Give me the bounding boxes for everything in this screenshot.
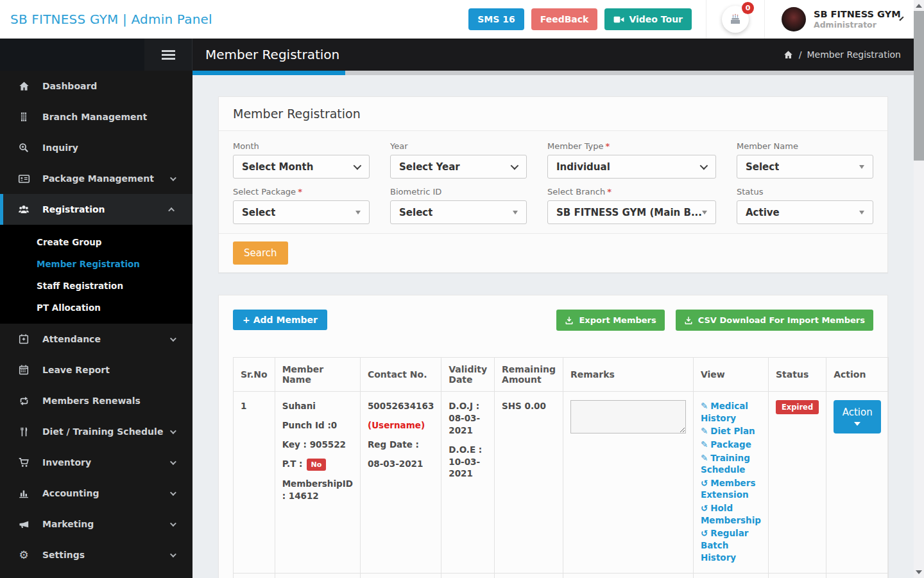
submenu-item-create-group[interactable]: Create Group [0, 231, 193, 253]
caret-down-icon [854, 422, 860, 426]
chevron-down-icon [170, 175, 176, 181]
package-select[interactable]: Select [233, 200, 370, 224]
download-icon [565, 316, 574, 325]
branch-select[interactable]: SB FITNESS GYM (Main B... [547, 200, 716, 224]
scrollbar-down-arrow[interactable] [916, 570, 922, 574]
sidebar-brand-area [0, 39, 144, 71]
export-members-button[interactable]: Export Members [556, 310, 664, 331]
sidebar-item-dashboard[interactable]: Dashboard [0, 71, 193, 101]
remarks-textarea[interactable] [570, 400, 686, 434]
sms-button[interactable]: SMS 16 [468, 8, 524, 30]
cell-view: ✎Medical History ✎Diet Plan ✎Package ✎Tr… [693, 392, 768, 574]
gear-icon: ⚙ [17, 550, 31, 561]
sidebar-item-branch-management[interactable]: Branch Management [0, 101, 193, 132]
browser-scrollbar[interactable] [914, 0, 924, 578]
dropdown-arrow-icon [513, 211, 518, 215]
birthday-notification-button[interactable]: 0 [722, 6, 749, 33]
select-package-label: Select Package [233, 187, 296, 197]
download-icon [684, 316, 693, 325]
page-scroll-area[interactable]: Member Registration Month Select Month [193, 75, 914, 578]
chevron-down-icon [700, 162, 708, 170]
bullhorn-icon [17, 518, 31, 530]
edit-icon: ✎ [701, 401, 708, 411]
sidebar-item-settings[interactable]: ⚙ Settings [0, 539, 193, 570]
member-name-select[interactable]: Select [737, 155, 873, 179]
chevron-down-icon [354, 162, 362, 170]
chevron-down-icon [170, 551, 176, 557]
filter-grid: Month Select Month Year Selec [233, 141, 873, 224]
chevron-down-icon [511, 162, 519, 170]
topbar: SB FITNESS GYM | Admin Panel SMS 16 Feed… [0, 0, 914, 39]
content-column: Member Registration Month Select Month [193, 71, 914, 578]
search-button[interactable]: Search [233, 241, 288, 265]
diet-plan-link[interactable]: ✎Diet Plan [701, 425, 761, 437]
sidebar-item-accounting[interactable]: Accounting [0, 478, 193, 509]
training-schedule-link[interactable]: ✎Training Schedule [701, 452, 761, 476]
sidebar-toggle-button[interactable] [144, 39, 193, 71]
hold-membership-link[interactable]: ↺Hold Membership [701, 502, 761, 526]
video-tour-button[interactable]: Video Tour [604, 8, 692, 30]
home-icon [17, 80, 31, 92]
chevron-down-icon [170, 335, 176, 342]
submenu-item-staff-registration[interactable]: Staff Registration [0, 275, 193, 297]
cell-remarks: lk; [563, 574, 693, 578]
col-srno: Sr.No [234, 358, 275, 392]
col-view: View [693, 358, 768, 392]
package-link[interactable]: ✎Package [701, 439, 761, 451]
submenu-item-pt-allocation[interactable]: PT Allocation [0, 297, 193, 319]
scrollbar-thumb[interactable] [914, 11, 924, 161]
status-label: Status [737, 187, 763, 197]
medical-history-link[interactable]: ✎Medical History [701, 400, 761, 424]
cell-status: Expired [769, 574, 826, 578]
cell-view: ✎Medical History [693, 574, 768, 578]
hamburger-icon [162, 50, 175, 52]
sidebar-item-inquiry[interactable]: Inquiry [0, 132, 193, 163]
username-link[interactable]: (Username) [368, 419, 434, 432]
col-contact: Contact No. [360, 358, 441, 392]
status-select[interactable]: Active [737, 200, 873, 224]
action-button[interactable]: Action [834, 400, 881, 434]
sidebar-item-attendance[interactable]: Attendance [0, 324, 193, 355]
sidebar-item-marketing[interactable]: Marketing [0, 509, 193, 539]
edit-icon: ✎ [701, 426, 708, 436]
chevron-down-icon [170, 489, 176, 496]
cell-member-name: Suhani Punch Id :0 Key : 905522 P.T :No … [275, 392, 360, 574]
month-label: Month [233, 141, 259, 151]
app-logo[interactable]: SB FITNESS GYM | Admin Panel [10, 12, 212, 27]
table-header-row: Sr.No Member Name Contact No. Validity D… [234, 358, 889, 392]
breadcrumb-home-link[interactable] [783, 49, 794, 60]
csv-download-button[interactable]: CSV Download For Import Members [676, 310, 873, 331]
user-menu[interactable]: SB FITNESS GYM Administrator [765, 7, 914, 31]
regular-batch-history-link[interactable]: ↺Regular Batch History [701, 527, 761, 563]
renewal-arrows-icon [17, 395, 31, 407]
add-member-button[interactable]: + Add Member [233, 310, 327, 330]
plus-icon: + [243, 315, 250, 325]
submenu-item-member-registration[interactable]: Member Registration [0, 253, 193, 275]
feedback-button[interactable]: FeedBack [531, 8, 598, 30]
sidebar-item-leave-report[interactable]: Leave Report [0, 355, 193, 385]
sidebar-item-members-renewals[interactable]: Members Renewals [0, 385, 193, 416]
sidebar: Dashboard Branch Management Inquiry [0, 71, 193, 578]
sidebar-item-partial[interactable] [0, 570, 193, 578]
sidebar-item-inventory[interactable]: Inventory [0, 447, 193, 478]
members-extension-link[interactable]: ↺Members Extension [701, 477, 761, 501]
sidebar-item-package-management[interactable]: Package Management [0, 163, 193, 194]
sidebar-item-diet-training-schedule[interactable]: Diet / Training Schedule [0, 416, 193, 447]
page-header: Member Registration / Member Registratio… [0, 39, 914, 71]
cell-srno: 1 [234, 392, 275, 574]
member-type-select[interactable]: Individual [547, 155, 716, 179]
biometric-id-select[interactable]: Select [390, 200, 527, 224]
year-select[interactable]: Select Year [390, 155, 527, 179]
cell-validity: D.O.J : 08-03-2021 D.O.E : 10-03-2021 [441, 392, 495, 574]
member-type-label: Member Type [547, 141, 603, 151]
pt-badge: No [307, 459, 327, 471]
scrollbar-up-arrow[interactable] [916, 4, 922, 8]
breadcrumb-separator: / [799, 49, 802, 60]
main-column: SB FITNESS GYM | Admin Panel SMS 16 Feed… [0, 0, 914, 578]
chevron-down-icon [170, 459, 176, 465]
notification-count-badge: 0 [742, 2, 754, 14]
export-buttons: Export Members CSV Download For Import M… [556, 310, 873, 331]
field-biometric-id: Biometric ID Select [390, 187, 527, 224]
sidebar-item-registration[interactable]: Registration [0, 194, 193, 225]
month-select[interactable]: Select Month [233, 155, 370, 179]
